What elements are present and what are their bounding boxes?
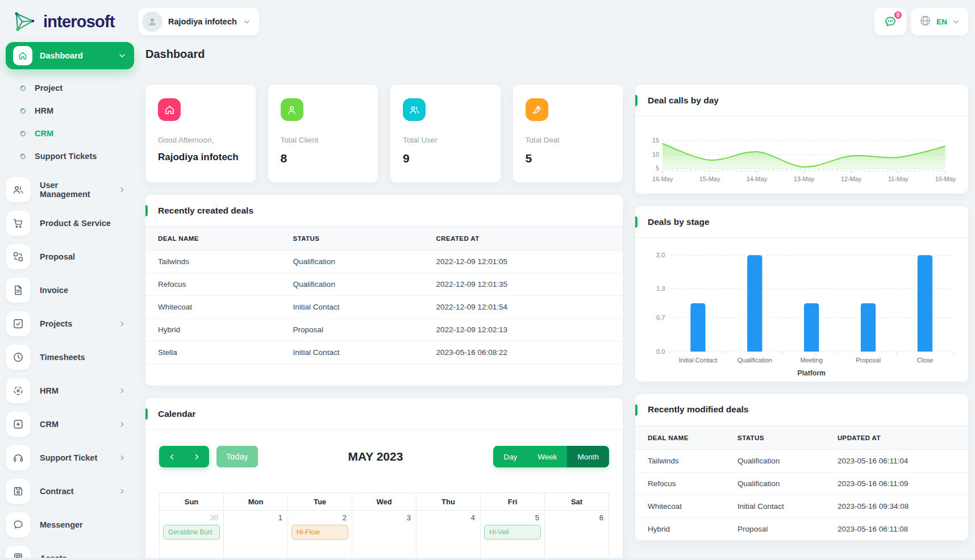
cart-icon	[6, 211, 31, 236]
sidebar-item-crm[interactable]: CRM	[6, 409, 134, 439]
sidebar-item-dashboard[interactable]: Dashboard	[6, 42, 134, 69]
svg-text:5: 5	[656, 165, 659, 172]
brand-logo[interactable]: interosoft	[13, 9, 139, 34]
calendar-today-button[interactable]: Today	[216, 446, 258, 467]
calendar-day-cell[interactable]: 30 Geraldine Burt	[160, 511, 224, 560]
chevron-right-icon	[118, 320, 126, 328]
brand-logo-icon	[13, 9, 38, 34]
card-header: Deal calls by day	[635, 85, 968, 116]
table-cell: Refocus	[145, 273, 284, 296]
chevron-right-icon	[193, 453, 201, 461]
svg-text:Close: Close	[917, 357, 933, 364]
language-selector[interactable]: EN	[911, 8, 968, 35]
sidebar-item-user-management[interactable]: User Management	[6, 175, 134, 204]
table-row[interactable]: RefocusQualification2023-05-16 06:11:09	[635, 472, 968, 495]
table-row[interactable]: TailwindsQualification2023-05-16 06:11:0…	[635, 449, 968, 472]
calendar-day-cell[interactable]: 1	[224, 511, 288, 560]
calendar-day-cell[interactable]: 5 Hi-Veil	[481, 511, 545, 560]
stat-label: Total Client	[281, 136, 366, 144]
card-title: Recently created deals	[158, 206, 253, 216]
sidebar-item-label: Product & Service	[40, 219, 134, 228]
crm-icon	[12, 418, 24, 431]
home-icon	[13, 46, 32, 65]
table-cell: 2022-12-09 12:01:54	[427, 296, 623, 319]
calendar-next-button[interactable]	[184, 446, 209, 467]
calendar-date: 6	[545, 511, 609, 523]
sidebar-item-label: HRM	[40, 386, 109, 395]
calendar-view-month-button[interactable]: Month	[567, 446, 609, 467]
calendar-date: 30	[160, 511, 223, 523]
table-row[interactable]: WhitecoatInitial Contact2023-05-16 09:34…	[635, 495, 968, 517]
stat-card-total-client: Total Client 8	[268, 85, 378, 182]
card-title: Deal calls by day	[648, 95, 719, 106]
sidebar-item-projects[interactable]: Projects	[6, 309, 134, 338]
sidebar-sub-items: ProjectHRMCRMSupport Tickets	[6, 69, 134, 171]
deals-by-stage-chart: 0.00.71.32.0Initial ContactQualification…	[635, 238, 968, 381]
sidebar-item-support-ticket[interactable]: Support Ticket	[6, 443, 134, 473]
sidebar-item-invoice[interactable]: Invoice	[6, 275, 134, 305]
calendar-day-cell[interactable]: 6	[545, 511, 609, 560]
globe-icon	[919, 14, 932, 30]
calendar-view-day-button[interactable]: Day	[493, 446, 527, 467]
users-icon	[6, 177, 31, 202]
card-title: Recently modified deals	[648, 404, 748, 415]
projects-icon	[12, 317, 24, 330]
contract-icon	[12, 485, 24, 498]
table-row[interactable]: TailwindsQualification2022-12-09 12:01:0…	[145, 250, 623, 273]
table-cell: Whitecoat	[635, 495, 728, 517]
sidebar-item-contract[interactable]: Contract	[6, 477, 134, 506]
sidebar-subitem-support-tickets[interactable]: Support Tickets	[6, 145, 134, 168]
sidebar-subitem-crm[interactable]: CRM	[6, 122, 134, 145]
calendar-day-header: Sat	[545, 493, 609, 511]
stat-card-good-afternoon: Good Afternoon, Rajodiya infotech	[145, 85, 256, 182]
calendar-date: 1	[224, 511, 288, 523]
card-header: Deals by stage	[635, 206, 968, 238]
table-row[interactable]: HybridProposal2023-05-16 06:11:08	[635, 517, 968, 540]
table-cell: Proposal	[284, 319, 427, 341]
sidebar-item-product-service[interactable]: Product & Service	[6, 208, 134, 238]
table-row[interactable]: RefocusQualification2022-12-09 12:01:35	[145, 273, 623, 296]
calendar-event[interactable]: Hi-Veil	[484, 525, 541, 540]
stat-label: Total Deal	[526, 136, 611, 144]
column-header: UPDATED AT	[828, 426, 968, 449]
calendar-nav	[159, 446, 209, 467]
calendar-day-cell[interactable]: 3	[352, 511, 416, 560]
calendar-prev-button[interactable]	[159, 446, 184, 467]
proposal-icon	[12, 250, 24, 263]
table-cell: Qualification	[284, 273, 427, 296]
chevron-down-icon	[952, 18, 960, 26]
table-row[interactable]: StellaInitial Contact2023-05-16 06:08:22	[145, 341, 623, 364]
messages-button[interactable]: 0	[874, 8, 906, 35]
bullet-icon	[20, 131, 26, 137]
calendar-event[interactable]: Hi-Flow	[291, 525, 348, 540]
calendar-event[interactable]: Geraldine Burt	[163, 525, 220, 540]
sidebar-item-label: Support Ticket	[40, 453, 109, 462]
workspace-selector[interactable]: Rajodiya infotech	[139, 8, 259, 35]
sidebar-item-proposal[interactable]: Proposal	[6, 242, 134, 271]
table-row[interactable]: HybridProposal2022-12-09 12:02:13	[145, 319, 623, 341]
chat-icon	[6, 512, 31, 537]
calendar-day-cell[interactable]: 4	[416, 511, 481, 560]
calendar-date: 4	[416, 511, 480, 523]
calendar-date: 3	[352, 511, 416, 523]
topbar: interosoft Rajodiya infotech 0 EN	[0, 0, 975, 37]
sidebar-subitem-project[interactable]: Project	[6, 77, 134, 99]
sidebar-subitem-hrm[interactable]: HRM	[6, 99, 134, 122]
headset-icon	[12, 452, 24, 464]
table-cell: Initial Contact	[728, 495, 828, 517]
deal-calls-card: Deal calls by day 5101516-May15-May14-Ma…	[635, 85, 968, 194]
calendar-view-week-button[interactable]: Week	[527, 446, 567, 467]
sidebar-item-hrm[interactable]: HRM	[6, 376, 134, 406]
sidebar-item-messenger[interactable]: Messenger	[6, 510, 134, 540]
sidebar-item-timesheets[interactable]: Timesheets	[6, 342, 134, 372]
calendar-day-cell[interactable]: 2 Hi-Flow	[288, 511, 352, 560]
table-cell: Initial Contact	[284, 341, 427, 364]
calendar-day-header: Tue	[288, 493, 352, 511]
sidebar-item-label: Messenger	[40, 520, 134, 529]
clock-icon	[6, 345, 31, 370]
created-deals-table: DEAL NAMESTATUSCREATED ATTailwindsQualif…	[145, 227, 623, 364]
clock-icon	[12, 351, 24, 363]
table-row[interactable]: WhitecoatInitial Contact2022-12-09 12:01…	[145, 296, 623, 319]
proposal-icon	[6, 244, 31, 269]
sidebar-item-label: Contract	[40, 487, 109, 496]
